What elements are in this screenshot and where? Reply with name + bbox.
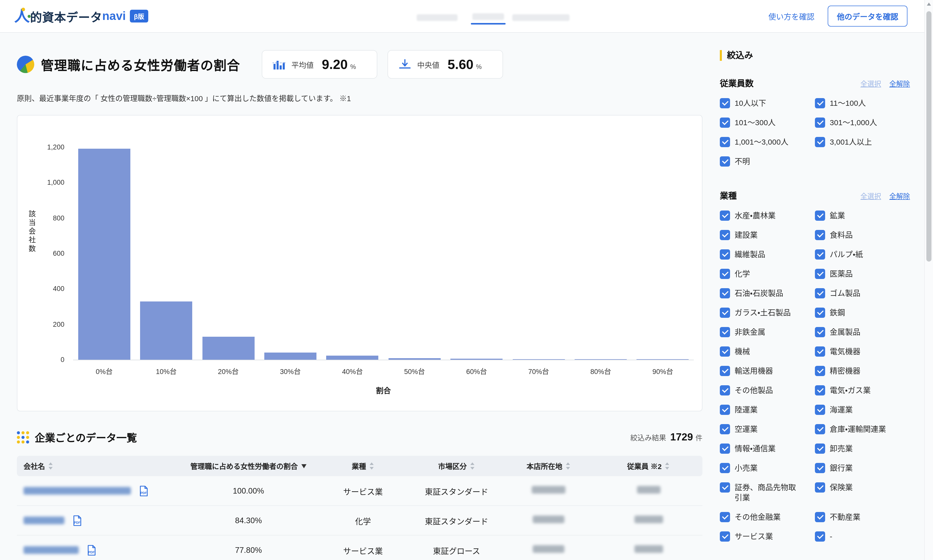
- filter-option[interactable]: 情報・通信業: [720, 443, 815, 454]
- clear-all-link[interactable]: 全解除: [889, 78, 910, 88]
- filter-option[interactable]: 不明: [720, 156, 815, 166]
- filter-option[interactable]: 非鉄金属: [720, 327, 815, 337]
- checkbox-checked-icon[interactable]: [815, 385, 825, 395]
- select-all-link[interactable]: 全選択: [861, 191, 881, 201]
- filter-option[interactable]: 海運業: [815, 405, 910, 415]
- checkbox-checked-icon[interactable]: [720, 211, 730, 221]
- filter-option[interactable]: 銀行業: [815, 463, 910, 473]
- select-all-link[interactable]: 全選択: [861, 78, 881, 88]
- checkbox-checked-icon[interactable]: [720, 98, 730, 108]
- filter-option[interactable]: 精密機器: [815, 366, 910, 376]
- filter-option[interactable]: 電気機器: [815, 346, 910, 357]
- checkbox-checked-icon[interactable]: [720, 405, 730, 415]
- checkbox-checked-icon[interactable]: [720, 269, 730, 279]
- checkbox-checked-icon[interactable]: [815, 269, 825, 279]
- checkbox-checked-icon[interactable]: [720, 156, 730, 166]
- checkbox-checked-icon[interactable]: [720, 424, 730, 434]
- filter-option[interactable]: 水産・農林業: [720, 211, 815, 221]
- checkbox-checked-icon[interactable]: [815, 512, 825, 522]
- filter-option[interactable]: 石油・石炭製品: [720, 288, 815, 298]
- filter-option[interactable]: 食料品: [815, 230, 910, 240]
- filter-option[interactable]: 保険業: [815, 482, 910, 503]
- checkbox-checked-icon[interactable]: [720, 531, 730, 542]
- company-name-redacted[interactable]: [23, 546, 79, 554]
- filter-option[interactable]: 11〜100人: [815, 98, 910, 108]
- checkbox-checked-icon[interactable]: [815, 288, 825, 298]
- blurred-tab[interactable]: [512, 14, 569, 21]
- checkbox-checked-icon[interactable]: [815, 117, 825, 128]
- checkbox-checked-icon[interactable]: [720, 482, 730, 492]
- filter-option[interactable]: パルプ・紙: [815, 249, 910, 260]
- checkbox-checked-icon[interactable]: [815, 482, 825, 492]
- filter-option[interactable]: その他金融業: [720, 512, 815, 522]
- filter-option[interactable]: 輸送用機器: [720, 366, 815, 376]
- checkbox-checked-icon[interactable]: [720, 443, 730, 454]
- filter-option[interactable]: その他製品: [720, 385, 815, 395]
- filter-option[interactable]: 電気・ガス業: [815, 385, 910, 395]
- filter-option[interactable]: 金属製品: [815, 327, 910, 337]
- checkbox-checked-icon[interactable]: [815, 346, 825, 357]
- checkbox-checked-icon[interactable]: [815, 463, 825, 473]
- filter-option[interactable]: 卸売業: [815, 443, 910, 454]
- filter-option[interactable]: 化学: [720, 269, 815, 279]
- checkbox-checked-icon[interactable]: [815, 366, 825, 376]
- filter-option[interactable]: 証券、商品先物取引業: [720, 482, 815, 503]
- filter-option[interactable]: 空運業: [720, 424, 815, 434]
- filter-option[interactable]: 陸運業: [720, 405, 815, 415]
- filter-option[interactable]: 倉庫・運輸関連業: [815, 424, 910, 434]
- column-header[interactable]: 管理職に占める女性労働者の割合: [182, 461, 315, 471]
- column-header[interactable]: 会社名: [17, 461, 182, 471]
- column-header[interactable]: 従業員 ※2: [595, 461, 702, 471]
- filter-option[interactable]: 不動産業: [815, 512, 910, 522]
- company-name-redacted[interactable]: [23, 517, 65, 524]
- filter-option[interactable]: -: [815, 531, 910, 542]
- filter-option[interactable]: 機械: [720, 346, 815, 357]
- checkbox-checked-icon[interactable]: [815, 308, 825, 318]
- filter-option[interactable]: 繊維製品: [720, 249, 815, 260]
- checkbox-checked-icon[interactable]: [815, 249, 825, 260]
- checkbox-checked-icon[interactable]: [720, 512, 730, 522]
- scrollbar[interactable]: [924, 0, 933, 560]
- checkbox-checked-icon[interactable]: [815, 531, 825, 542]
- checkbox-checked-icon[interactable]: [720, 308, 730, 318]
- checkbox-checked-icon[interactable]: [720, 327, 730, 337]
- filter-option[interactable]: 建設業: [720, 230, 815, 240]
- checkbox-checked-icon[interactable]: [720, 366, 730, 376]
- checkbox-checked-icon[interactable]: [720, 117, 730, 128]
- checkbox-checked-icon[interactable]: [720, 346, 730, 357]
- blurred-tab-active[interactable]: [472, 13, 504, 20]
- filter-option[interactable]: サービス業: [720, 531, 815, 542]
- filter-option[interactable]: 医薬品: [815, 269, 910, 279]
- checkbox-checked-icon[interactable]: [720, 385, 730, 395]
- scrollbar-thumb[interactable]: [926, 11, 931, 262]
- checkbox-checked-icon[interactable]: [815, 230, 825, 240]
- checkbox-checked-icon[interactable]: [720, 137, 730, 147]
- checkbox-checked-icon[interactable]: [720, 230, 730, 240]
- column-header[interactable]: 市場区分: [410, 461, 503, 471]
- checkbox-checked-icon[interactable]: [815, 443, 825, 454]
- company-name-redacted[interactable]: [23, 487, 131, 495]
- pdf-icon[interactable]: PDF: [139, 485, 149, 496]
- checkbox-checked-icon[interactable]: [815, 211, 825, 221]
- column-header[interactable]: 本店所在地: [503, 461, 595, 471]
- clear-all-link[interactable]: 全解除: [889, 191, 910, 201]
- filter-option[interactable]: 1,001〜3,000人: [720, 137, 815, 147]
- filter-option[interactable]: ゴム製品: [815, 288, 910, 298]
- filter-option[interactable]: 小売業: [720, 463, 815, 473]
- checkbox-checked-icon[interactable]: [815, 405, 825, 415]
- filter-option[interactable]: 301〜1,000人: [815, 117, 910, 128]
- pdf-icon[interactable]: PDF: [86, 545, 97, 555]
- blurred-tab[interactable]: [416, 14, 458, 21]
- scroll-up-arrow[interactable]: [925, 0, 933, 8]
- checkbox-checked-icon[interactable]: [720, 288, 730, 298]
- checkbox-checked-icon[interactable]: [815, 327, 825, 337]
- checkbox-checked-icon[interactable]: [720, 463, 730, 473]
- filter-option[interactable]: 3,001人以上: [815, 137, 910, 147]
- filter-option[interactable]: 10人以下: [720, 98, 815, 108]
- checkbox-checked-icon[interactable]: [815, 137, 825, 147]
- help-link[interactable]: 使い方を確認: [768, 11, 814, 22]
- filter-option[interactable]: 鉱業: [815, 211, 910, 221]
- other-data-button[interactable]: 他のデータを確認: [828, 6, 907, 26]
- checkbox-checked-icon[interactable]: [720, 249, 730, 260]
- app-logo[interactable]: 人 的資本データ navi β版: [14, 8, 148, 25]
